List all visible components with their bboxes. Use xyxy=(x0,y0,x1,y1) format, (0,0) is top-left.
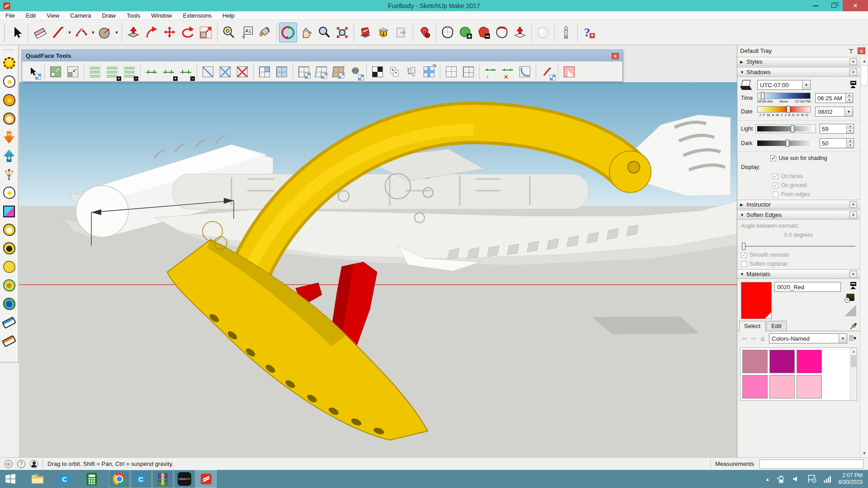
menu-tools[interactable]: Tools xyxy=(121,12,146,19)
section-close-icon[interactable]: ✕ xyxy=(849,201,857,208)
use-sun-checkbox[interactable] xyxy=(770,155,776,161)
qft-convert-connected-icon[interactable] xyxy=(313,64,329,80)
collapse-arrow-icon[interactable]: ▼ xyxy=(740,213,746,217)
section-close-icon[interactable]: ✕ xyxy=(849,271,857,277)
light-spinner[interactable]: ▲▼ xyxy=(846,124,854,133)
material-swatch[interactable] xyxy=(742,375,768,399)
material-swatch[interactable] xyxy=(797,375,822,399)
geolocation-icon[interactable]: ◎ xyxy=(5,460,13,468)
menu-file[interactable]: File xyxy=(0,12,20,19)
eraser-tool-icon[interactable] xyxy=(31,23,49,42)
pan-tool-icon[interactable] xyxy=(297,23,315,42)
subdivide-smooth-icon[interactable] xyxy=(1,72,17,91)
tab-select[interactable]: Select xyxy=(739,321,765,331)
toggle-terrain-icon[interactable] xyxy=(356,23,374,42)
details-arrow-icon[interactable] xyxy=(849,334,857,343)
sculpt-flat-icon[interactable] xyxy=(1,258,17,276)
qft-offset-loop-icon[interactable] xyxy=(461,64,476,80)
increase-polys-icon[interactable]: + xyxy=(1,146,17,165)
qft-remove-triangulation-icon[interactable] xyxy=(235,64,250,80)
scroll-thumb[interactable] xyxy=(851,355,856,367)
chrome-button[interactable] xyxy=(109,470,130,488)
qft-line-tool-icon[interactable] xyxy=(443,64,459,80)
qft-build-quads-icon[interactable] xyxy=(274,64,289,80)
angle-slider[interactable] xyxy=(742,243,855,249)
qft-smart-split-icon[interactable] xyxy=(561,64,577,80)
menu-extensions[interactable]: Extensions xyxy=(178,12,217,19)
share-model-icon[interactable] xyxy=(392,23,410,42)
subdivide-blob-icon[interactable] xyxy=(1,91,17,109)
section-materials[interactable]: ▼ Materials ✕ xyxy=(737,269,860,279)
heatmap-warm-icon[interactable] xyxy=(1,276,17,295)
toolbar-grip[interactable] xyxy=(3,49,15,51)
push-pull-tool-icon[interactable] xyxy=(124,23,142,42)
soft-eraser-orange-icon[interactable] xyxy=(1,332,17,350)
orbit-tool-icon[interactable] xyxy=(279,23,297,42)
menu-help[interactable]: Help xyxy=(217,12,240,19)
quadface-close-icon[interactable]: x xyxy=(612,53,619,59)
arc-tool-icon[interactable] xyxy=(72,23,90,42)
qft-draw-quad-icon[interactable] xyxy=(539,64,555,80)
spin-up-icon[interactable]: ▲ xyxy=(847,139,854,143)
start-button[interactable] xyxy=(0,470,21,488)
file-explorer-button[interactable] xyxy=(27,470,48,488)
extrude-tool-icon[interactable] xyxy=(511,23,529,42)
light-slider[interactable] xyxy=(757,126,814,131)
qft-insert-loop-icon[interactable]: ↓ xyxy=(483,64,498,80)
qft-select-ring-icon[interactable] xyxy=(144,64,159,80)
power-icon[interactable] xyxy=(776,474,785,483)
follow-me-tool-icon[interactable] xyxy=(142,23,160,42)
dark-input[interactable]: 50 ▲▼ xyxy=(820,138,854,148)
cura-button[interactable]: C xyxy=(54,470,75,488)
soften-coplanar-checkbox[interactable] xyxy=(741,261,747,267)
close-button[interactable]: ✕ xyxy=(843,0,868,11)
section-soften-edges[interactable]: ▼ Soften Edges ✕ xyxy=(737,210,860,220)
artisan-gear-icon[interactable] xyxy=(1,54,17,72)
menu-camera[interactable]: Camera xyxy=(65,12,96,19)
scroll-thumb[interactable] xyxy=(861,65,868,86)
heatmap-cool-icon[interactable] xyxy=(1,295,17,313)
collection-select[interactable]: Colors-Named ▼ xyxy=(769,333,847,343)
tray-scrollbar[interactable]: ▲ ▼ xyxy=(860,57,868,457)
creality-button[interactable]: CREALITY xyxy=(174,470,195,488)
collapse-arrow-icon[interactable]: ▼ xyxy=(740,70,746,75)
qft-build-corners-icon[interactable] xyxy=(257,64,272,80)
section-close-icon[interactable]: ✕ xyxy=(849,58,857,65)
menu-view[interactable]: View xyxy=(41,12,65,19)
minimize-button[interactable] xyxy=(807,0,825,11)
date-slider-thumb[interactable] xyxy=(787,106,790,113)
collapse-arrow-icon[interactable]: ▼ xyxy=(740,272,746,277)
angle-slider-thumb[interactable] xyxy=(742,243,745,250)
rotate-tool-icon[interactable] xyxy=(179,23,197,42)
menu-window[interactable]: Window xyxy=(146,12,177,19)
qft-grow-selection-icon[interactable]: ↗ xyxy=(48,64,63,80)
pin-icon[interactable] xyxy=(849,48,854,53)
sign-in-icon[interactable] xyxy=(30,460,38,468)
section-shadows[interactable]: ▼ Shadows ✕ xyxy=(737,67,860,77)
arc-tool-dropdown-icon[interactable]: ▼ xyxy=(90,23,96,42)
light-slider-thumb[interactable] xyxy=(791,125,794,132)
subdivide-plus-icon[interactable] xyxy=(457,23,475,42)
reduce-polys-icon[interactable]: – xyxy=(1,128,17,146)
scroll-down-icon[interactable]: ▼ xyxy=(861,450,868,457)
spin-down-icon[interactable]: ▼ xyxy=(846,98,853,103)
zoom-tool-icon[interactable] xyxy=(315,23,333,42)
section-styles[interactable]: ▶ Styles ✕ xyxy=(737,57,860,66)
timezone-select[interactable]: UTC-07:00 ▼ xyxy=(757,80,811,90)
qft-grow-loop-icon[interactable]: + xyxy=(104,64,120,80)
credits-icon[interactable]: ? xyxy=(17,460,25,468)
swatch-scrollbar[interactable]: ▲ xyxy=(850,348,857,400)
dark-slider-thumb[interactable] xyxy=(786,140,789,147)
zoom-extents-tool-icon[interactable] xyxy=(333,23,351,42)
circle-tool-icon[interactable] xyxy=(96,23,114,42)
expand-arrow-icon[interactable]: ▶ xyxy=(740,202,746,207)
line-tool-icon[interactable] xyxy=(49,23,67,42)
sculpt-white-icon[interactable] xyxy=(1,221,17,239)
spin-down-icon[interactable]: ▼ xyxy=(847,129,854,133)
tab-edit[interactable]: Edit xyxy=(766,321,786,331)
subdivide-minus-icon[interactable] xyxy=(475,23,493,42)
shadow-toggle-icon[interactable] xyxy=(741,80,753,90)
qft-unwrap-uv-icon[interactable]: ↷ xyxy=(421,64,437,80)
time-slider[interactable] xyxy=(757,93,811,99)
scroll-up-icon[interactable]: ▲ xyxy=(851,348,857,354)
